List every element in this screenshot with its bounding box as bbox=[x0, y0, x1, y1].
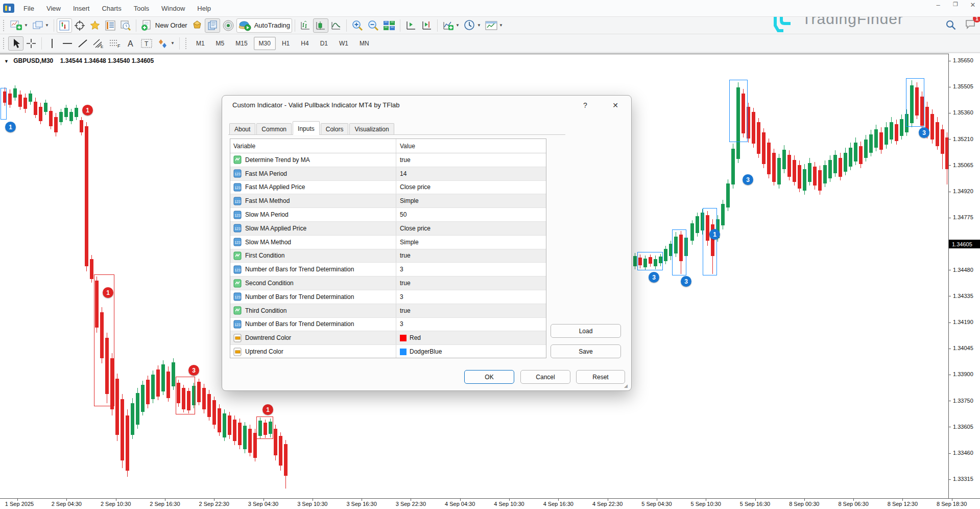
save-button[interactable]: Save bbox=[551, 344, 621, 358]
param-row[interactable]: 123Number of Bars for Trend Determinatio… bbox=[230, 318, 546, 332]
restore-icon[interactable]: ❐ bbox=[950, 1, 961, 9]
timeframe-m15[interactable]: M15 bbox=[230, 37, 252, 50]
param-row[interactable]: Second Condition true bbox=[230, 276, 546, 290]
experts-button[interactable] bbox=[205, 18, 220, 33]
pullback-marker-red[interactable]: 3 bbox=[188, 365, 199, 376]
terminal-button[interactable] bbox=[103, 18, 118, 33]
pullback-box-red[interactable] bbox=[256, 417, 273, 439]
auto-scroll-button[interactable] bbox=[403, 18, 419, 33]
fibonacci-button[interactable]: F bbox=[107, 36, 123, 51]
pullback-marker-blue[interactable]: 3 bbox=[919, 127, 929, 138]
toolbar-grip[interactable] bbox=[3, 20, 6, 31]
param-value[interactable]: Close price bbox=[396, 181, 546, 194]
param-value[interactable]: Red bbox=[396, 331, 546, 344]
timeframe-m1[interactable]: M1 bbox=[191, 37, 210, 50]
param-value[interactable]: 3 bbox=[396, 263, 546, 276]
pullback-marker-blue[interactable]: 1 bbox=[709, 229, 720, 240]
pullback-box-blue[interactable] bbox=[637, 252, 663, 270]
dialog-help-button[interactable]: ? bbox=[577, 99, 593, 112]
new-order-button[interactable]: New Order bbox=[139, 18, 189, 33]
pullback-marker-red[interactable]: 1 bbox=[103, 287, 113, 298]
param-value[interactable]: 14 bbox=[396, 167, 546, 180]
minimize-icon[interactable]: – bbox=[933, 1, 943, 9]
param-row[interactable]: Downtrend Color Red bbox=[230, 331, 546, 345]
time-axis[interactable]: 1 Sep 20252 Sep 04:302 Sep 10:302 Sep 16… bbox=[0, 498, 980, 509]
zoom-out-button[interactable] bbox=[365, 18, 381, 33]
param-row[interactable]: Third Condition true bbox=[230, 304, 546, 318]
vertical-line-button[interactable] bbox=[44, 36, 60, 51]
param-row[interactable]: 123Fast MA Method Simple bbox=[230, 194, 546, 208]
tab-colors[interactable]: Colors bbox=[321, 123, 349, 135]
param-row[interactable]: Uptrend Color DodgerBlue bbox=[230, 345, 546, 358]
cancel-button[interactable]: Cancel bbox=[520, 370, 570, 384]
pullback-marker-blue[interactable]: 3 bbox=[743, 174, 753, 185]
dialog-close-icon[interactable]: ✕ bbox=[606, 99, 625, 112]
tile-windows-button[interactable] bbox=[381, 18, 397, 33]
timeframe-mn[interactable]: MN bbox=[354, 37, 374, 50]
barchart-mode-button[interactable] bbox=[298, 18, 313, 33]
param-row[interactable]: 123Fast MA Applied Price Close price bbox=[230, 181, 546, 195]
linechart-mode-button[interactable] bbox=[328, 18, 344, 33]
pullback-box-blue[interactable] bbox=[906, 78, 924, 127]
tab-about[interactable]: About bbox=[229, 123, 255, 135]
ok-button[interactable]: OK bbox=[464, 370, 514, 384]
text-label-button[interactable]: T bbox=[138, 36, 155, 51]
timeframe-d1[interactable]: D1 bbox=[315, 37, 333, 50]
chart-shift-button[interactable] bbox=[419, 18, 435, 33]
param-value[interactable]: true bbox=[396, 153, 546, 167]
strategy-tester-button[interactable] bbox=[118, 18, 133, 33]
reset-button[interactable]: Reset bbox=[576, 370, 625, 384]
column-header-value[interactable]: Value bbox=[396, 139, 546, 153]
pullback-marker-red[interactable]: 1 bbox=[262, 404, 273, 415]
indicators-button[interactable]: ▼ bbox=[440, 18, 462, 33]
param-row[interactable]: 123Fast MA Period 14 bbox=[230, 167, 546, 181]
pullback-box-blue[interactable] bbox=[729, 80, 748, 142]
param-value[interactable]: 50 bbox=[396, 208, 546, 221]
load-button[interactable]: Load bbox=[551, 324, 621, 338]
pullback-marker-blue[interactable]: 1 bbox=[5, 122, 16, 132]
param-value[interactable]: true bbox=[396, 249, 546, 263]
radar-button[interactable] bbox=[220, 18, 236, 33]
tab-visualization[interactable]: Visualization bbox=[349, 123, 394, 135]
timeframe-m30[interactable]: M30 bbox=[254, 37, 276, 50]
pullback-marker-blue[interactable]: 3 bbox=[681, 276, 691, 287]
param-value[interactable]: Simple bbox=[396, 194, 546, 207]
timeframe-m5[interactable]: M5 bbox=[211, 37, 230, 50]
timeframe-h4[interactable]: H4 bbox=[296, 37, 314, 50]
notifications-button[interactable]: 1 bbox=[965, 18, 977, 32]
param-row[interactable]: First Condition true bbox=[230, 249, 546, 263]
metaeditor-button[interactable] bbox=[189, 18, 205, 33]
param-row[interactable]: 123Number of Bars for Trend Determinatio… bbox=[230, 263, 546, 276]
menu-insert[interactable]: Insert bbox=[67, 1, 96, 16]
param-value[interactable]: 3 bbox=[396, 318, 546, 331]
arrows-button[interactable]: ▼ bbox=[155, 36, 177, 51]
param-value[interactable]: Simple bbox=[396, 236, 546, 249]
crosshair-button[interactable] bbox=[23, 36, 39, 51]
param-value[interactable]: true bbox=[396, 276, 546, 290]
tab-common[interactable]: Common bbox=[256, 123, 292, 135]
param-value[interactable]: true bbox=[396, 304, 546, 317]
templates-button[interactable]: ▼ bbox=[483, 18, 505, 33]
pullback-marker-blue[interactable]: 3 bbox=[649, 272, 659, 283]
menu-tools[interactable]: Tools bbox=[128, 1, 155, 16]
trendline-button[interactable] bbox=[75, 36, 90, 51]
horizontal-line-button[interactable] bbox=[60, 36, 75, 51]
pullback-box-red[interactable] bbox=[176, 377, 195, 414]
text-button[interactable]: A bbox=[123, 36, 138, 51]
param-row[interactable]: 123Slow MA Period 50 bbox=[230, 208, 546, 222]
market-watch-button[interactable] bbox=[57, 18, 72, 33]
menu-file[interactable]: File bbox=[17, 1, 40, 16]
param-row[interactable]: 123Number of Bars for Trend Determinatio… bbox=[230, 290, 546, 304]
pullback-box-blue[interactable] bbox=[703, 208, 717, 275]
column-header-variable[interactable]: Variable bbox=[230, 139, 396, 153]
new-chart-button[interactable]: ▼ bbox=[8, 18, 30, 33]
menu-view[interactable]: View bbox=[40, 1, 67, 16]
close-icon[interactable]: ✕ bbox=[968, 1, 978, 9]
resize-grip[interactable]: ◢ bbox=[624, 383, 629, 388]
param-row[interactable]: Determine Trend by MA true bbox=[230, 153, 546, 167]
param-row[interactable]: 123Slow MA Method Simple bbox=[230, 236, 546, 249]
price-axis[interactable]: 1.356501.355051.353601.352101.350651.349… bbox=[948, 54, 980, 498]
timeframe-h1[interactable]: H1 bbox=[277, 37, 295, 50]
toolbar-grip[interactable] bbox=[185, 38, 188, 49]
cursor-button[interactable] bbox=[8, 36, 23, 51]
